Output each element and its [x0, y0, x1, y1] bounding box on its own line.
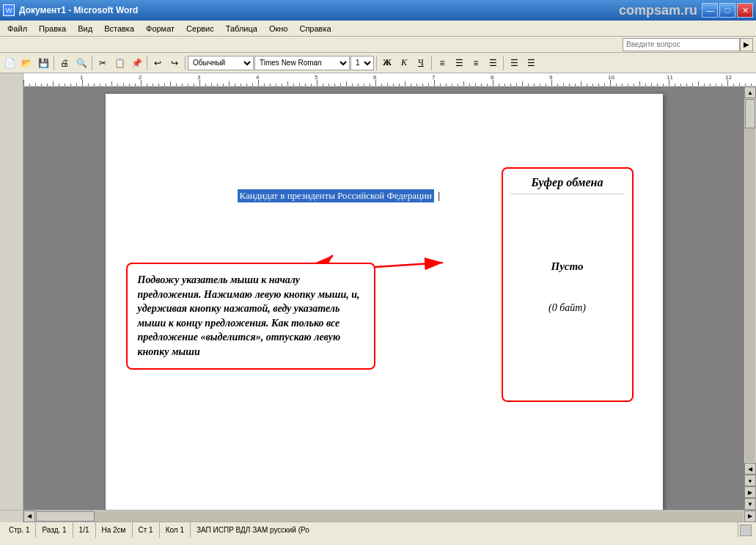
- minimize-button[interactable]: —: [702, 3, 718, 18]
- preview-button[interactable]: 🔍: [73, 55, 89, 71]
- status-section: Разд. 1: [36, 522, 73, 538]
- redo-button[interactable]: ↪: [166, 55, 183, 71]
- scroll-up-button[interactable]: ▲: [744, 87, 756, 98]
- menu-edit[interactable]: Правка: [33, 23, 72, 34]
- bold-button[interactable]: Ж: [379, 55, 395, 71]
- searchbar: ▶: [0, 37, 756, 53]
- menu-window[interactable]: Окно: [263, 23, 294, 34]
- toolbar-sep-6: [431, 56, 432, 70]
- menu-insert[interactable]: Вставка: [98, 23, 140, 34]
- numbering-button[interactable]: ☰: [523, 55, 539, 71]
- scroll-thumb[interactable]: [745, 99, 755, 128]
- document-page: Кандидат в президенты Российской Федерац…: [106, 94, 663, 510]
- toolbar-sep-2: [92, 56, 92, 70]
- save-button[interactable]: 💾: [35, 55, 51, 71]
- align-center-button[interactable]: ☰: [451, 55, 467, 71]
- hscroll-track[interactable]: [36, 511, 744, 522]
- hscroll-thumb[interactable]: [36, 511, 95, 522]
- scroll-track[interactable]: [745, 99, 755, 462]
- bullets-button[interactable]: ☰: [506, 55, 522, 71]
- scrollbar-corner: [0, 511, 23, 522]
- scroll-next-page-button[interactable]: ▶: [744, 486, 756, 498]
- open-button[interactable]: 📂: [18, 55, 34, 71]
- buffer-size-label: (0 байт): [548, 302, 586, 314]
- window-title: Документ1 - Microsoft Word: [19, 5, 138, 15]
- horizontal-ruler: 123456789101112131415161718: [23, 73, 756, 87]
- undo-button[interactable]: ↩: [150, 55, 166, 71]
- status-icon-record[interactable]: [740, 524, 752, 536]
- status-pos: На 2см: [96, 522, 133, 538]
- underline-button[interactable]: Ч: [413, 55, 429, 71]
- hscroll-right-button[interactable]: ▶: [744, 511, 756, 522]
- horizontal-scrollbar[interactable]: ◀ ▶: [0, 510, 756, 522]
- menubar: Файл Правка Вид Вставка Формат Сервис Та…: [0, 21, 756, 37]
- menu-format[interactable]: Формат: [140, 23, 180, 34]
- titlebar-left: W Документ1 - Microsoft Word: [3, 4, 138, 16]
- toolbar-sep-7: [503, 56, 504, 70]
- menu-file[interactable]: Файл: [1, 23, 33, 34]
- scroll-select-browse-button[interactable]: ●: [744, 475, 756, 486]
- menu-help[interactable]: Справка: [293, 23, 337, 34]
- align-left-button[interactable]: ≡: [434, 55, 450, 71]
- italic-button[interactable]: К: [396, 55, 412, 71]
- cut-button[interactable]: ✂: [95, 55, 111, 71]
- tooltip-text: Подвожу указатель мыши к началу предложе…: [138, 274, 360, 357]
- copy-button[interactable]: 📋: [111, 55, 128, 71]
- buffer-title: Буфер обмена: [510, 176, 625, 194]
- hscroll-left-button[interactable]: ◀: [23, 511, 35, 522]
- app-icon: W: [3, 4, 15, 16]
- toolbar: 📄 📂 💾 🖨 🔍 ✂ 📋 📌 ↩ ↪ Обычный Times New Ro…: [0, 53, 756, 73]
- menu-tools[interactable]: Сервис: [180, 23, 220, 34]
- style-select[interactable]: Обычный: [188, 56, 254, 70]
- toolbar-sep-3: [147, 56, 147, 70]
- search-go-button[interactable]: ▶: [740, 38, 753, 51]
- document-area[interactable]: Кандидат в президенты Российской Федерац…: [23, 87, 744, 510]
- status-line: Ст 1: [133, 522, 160, 538]
- vertical-ruler: [0, 87, 23, 510]
- scroll-down-button[interactable]: ▼: [744, 498, 756, 510]
- paste-button[interactable]: 📌: [128, 55, 144, 71]
- statusbar: Стр. 1 Разд. 1 1/1 На 2см Ст 1 Кол 1 ЗАП…: [0, 522, 756, 538]
- toolbar-sep-5: [376, 56, 377, 70]
- status-page: Стр. 1: [3, 522, 36, 538]
- menu-view[interactable]: Вид: [72, 23, 98, 34]
- titlebar: W Документ1 - Microsoft Word compsam.ru …: [0, 0, 756, 21]
- align-right-button[interactable]: ≡: [468, 55, 484, 71]
- status-flags: ЗАП ИСПР ВДЛ ЗАМ русский (Ро: [191, 522, 738, 538]
- search-input[interactable]: [623, 38, 740, 51]
- justify-button[interactable]: ☰: [485, 55, 501, 71]
- window-controls[interactable]: — □ ✕: [702, 3, 753, 18]
- main-area: Кандидат в президенты Российской Федерац…: [0, 87, 756, 510]
- font-select[interactable]: Times New Roman: [254, 56, 350, 70]
- scroll-prev-page-button[interactable]: ◀: [744, 463, 756, 475]
- ruler-corner: [0, 73, 23, 87]
- ruler-area: 123456789101112131415161718: [0, 73, 756, 87]
- vertical-scrollbar[interactable]: ▲ ◀ ● ▶ ▼: [744, 87, 756, 510]
- buffer-empty-label: Пусто: [551, 260, 584, 273]
- toolbar-sep-1: [54, 56, 54, 70]
- clipboard-buffer-box: Буфер обмена Пусто (0 байт): [502, 167, 634, 402]
- toolbar-sep-4: [185, 56, 186, 70]
- watermark: compsam.ru: [619, 3, 697, 18]
- print-button[interactable]: 🖨: [56, 55, 73, 71]
- status-pages: 1/1: [73, 522, 96, 538]
- menu-table[interactable]: Таблица: [220, 23, 263, 34]
- size-select[interactable]: 12: [351, 56, 374, 70]
- new-button[interactable]: 📄: [1, 55, 18, 71]
- close-button[interactable]: ✕: [737, 3, 753, 18]
- status-col: Кол 1: [160, 522, 191, 538]
- instruction-tooltip: Подвожу указатель мыши к началу предложе…: [126, 263, 375, 370]
- maximize-button[interactable]: □: [719, 3, 735, 18]
- selected-text[interactable]: Кандидат в президенты Российской Федерац…: [238, 189, 434, 202]
